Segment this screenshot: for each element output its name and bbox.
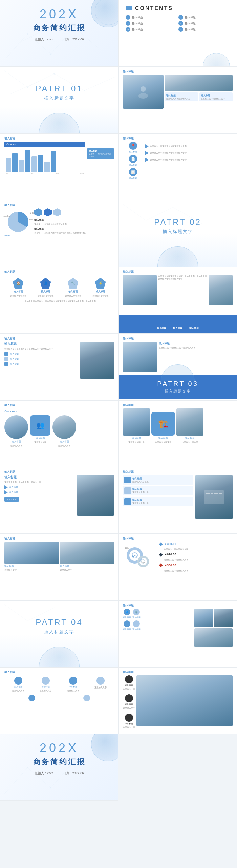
svg-point-7	[74, 26, 75, 28]
node-icon-1	[14, 677, 22, 685]
part-subtitle: 插入标题文字	[126, 389, 230, 394]
left-col: 添加标题 这里输入文字 添加标题 这里输入文字 添加标题 这里输入文字	[123, 675, 135, 729]
dark-icon-3	[125, 714, 133, 722]
bar-7	[44, 162, 50, 172]
svg-point-15	[84, 90, 85, 91]
icon-item-1: 📍 输入标题	[123, 142, 143, 153]
photo-1	[194, 609, 213, 627]
node-icon-5	[28, 695, 35, 701]
node-icon-3	[69, 677, 77, 685]
diamond-icon-2	[159, 553, 163, 556]
svg-line-1	[27, 34, 51, 54]
svg-line-11	[84, 77, 114, 91]
svg-rect-26	[214, 493, 216, 494]
slide-2: CONTENTS 1 输入标题 2 输入标题 3 输入标题 4 输入标题 5 输…	[118, 0, 237, 67]
icon-item-2: ⚙️ 添加标题	[132, 609, 141, 619]
svg-line-40	[51, 761, 74, 788]
node-icon-6	[83, 695, 90, 701]
bar-4	[25, 150, 30, 172]
bar-6	[38, 155, 43, 172]
svg-text:43%: 43%	[131, 554, 137, 557]
photo-2-box: 🏗️	[151, 412, 175, 436]
slide-11: 输入标题 输入标题 这里输入文字这里输入文字这里输入文字这里输入文字 输入标题 …	[0, 334, 118, 400]
slide-label: 输入标题	[0, 200, 118, 208]
pentagon-row: 🏠 输入标题 这里输入文字这里 👤 输入标题 这里输入文字这里 🔧 输入标题 这…	[0, 275, 118, 300]
penta-item-2: 👤 输入标题 这里输入文字这里	[38, 278, 54, 297]
card-row: 输入标题 这里输入文字 👥 输入标题 这里输入文字 输入标题 这里输入文字	[4, 415, 114, 447]
photo-col-2: 🏗️ 输入标题 这里输入文字这里	[151, 412, 175, 444]
list-item: 2 输入标题	[178, 15, 230, 20]
photo-1	[123, 342, 157, 372]
arrow-icon	[145, 151, 149, 155]
tree-item-4: 这里输入文字	[94, 677, 107, 692]
bullet-icon-3	[4, 362, 8, 366]
icon-item-4: 添加标题	[132, 620, 141, 631]
bar-2	[12, 153, 18, 172]
tree-item-1: 添加标题 这里输入文字	[12, 677, 24, 692]
bar-8	[51, 151, 56, 172]
bullet-box-2	[124, 487, 131, 494]
slide-13: 输入标题 Business 输入标题 这里输入文字 👥 输入标题 这里输入文字	[0, 400, 118, 467]
slide-label: 输入标题	[119, 601, 237, 609]
node-icon-2	[42, 677, 50, 685]
slide-15: 输入标题 输入标题 这里输入文字这里输入文字这里输入文字 输入标题 输入标题 S…	[0, 467, 118, 534]
slide-3: PATRT 01 插入标题文字	[0, 67, 118, 133]
diamond-icon-1	[159, 542, 163, 546]
keyboard-photo	[195, 475, 233, 519]
slide-22: 输入标题 添加标题 这里输入文字 添加标题 这里输入文字 添加标题 这里输入文字	[118, 667, 237, 734]
arrow-icon	[145, 158, 149, 162]
bar-chart	[4, 148, 85, 172]
svg-line-19	[123, 204, 146, 220]
gears-area: 43% 22% 35%	[123, 542, 157, 576]
left-items: 输入标题 这里输入文字这里 输入标题 这里输入文字这里 输入标题 这里输入文	[123, 475, 193, 519]
svg-text:35%: 35%	[125, 547, 129, 549]
start-button[interactable]: START	[4, 497, 19, 502]
slide-12: 输入标题 输入标题 这里输入文字这里输入文字这里输入文字 PATRT 03 插入…	[118, 334, 237, 400]
icon-item-3: 添加标题	[123, 620, 131, 631]
avatar-3	[52, 415, 76, 439]
svg-rect-24	[208, 493, 210, 494]
circle-icon-4	[133, 620, 140, 627]
slide-label: 输入标题	[0, 267, 118, 275]
slide-9: 输入标题 🏠 输入标题 这里输入文字这里 👤 输入标题 这里输入文字这里 🔧	[0, 267, 118, 334]
icon-row: 添加标题 这里输入文字 添加标题 这里输入文字 添加标题 这里输入文字 这里输入…	[4, 677, 114, 692]
photo-right	[77, 475, 114, 516]
list-item: 3 输入标题	[126, 21, 177, 26]
tree-item-5	[28, 695, 35, 702]
main-photo	[136, 675, 233, 726]
card-3: 输入标题 这里输入文字	[52, 415, 76, 447]
text-area: 这里输入文字这里输入文字这里输入文字这里输入文字这里输入文字这里输入文字	[158, 275, 208, 305]
hex-items: 输入标题 这是第一一点定稿入本栏点所体文字 输入标题 这是第一一点定稿入本栏点的…	[34, 208, 114, 235]
svg-line-20	[146, 207, 173, 221]
icon-box-2: 👥	[30, 415, 50, 436]
slide-label: 输入标题	[0, 668, 118, 675]
circle-icon-3	[124, 620, 130, 627]
slide-label: 输入标题	[0, 534, 118, 542]
svg-point-17	[138, 93, 148, 99]
penta-item-3: 🔧 输入标题 这里输入文字这里	[65, 278, 81, 297]
blue-bottom-decoration	[119, 315, 237, 333]
svg-line-36	[4, 604, 27, 621]
contents-bar	[126, 6, 132, 10]
dark-icon-1	[125, 675, 133, 683]
bar-1	[6, 158, 11, 172]
photo-1	[123, 275, 157, 305]
bullet-box-1	[124, 477, 131, 483]
penta-item-4: ⚡ 输入标题 这里输入文字这里	[92, 278, 109, 297]
svg-line-0	[4, 34, 27, 61]
svg-point-5	[27, 33, 28, 35]
slide-6: 输入标题 📍 输入标题 📄 输入标题 📊 输入标题 这	[118, 133, 237, 200]
icon-item-3: 添加标题 这里输入文字	[123, 714, 135, 729]
slide-19: PATRT 04 插入标题文字	[0, 600, 118, 667]
card-1: 输入标题 这里输入文字	[4, 415, 28, 447]
grid-photo-1	[4, 542, 59, 564]
bar-5	[31, 156, 37, 172]
hex-3	[53, 208, 61, 216]
svg-text:22%: 22%	[141, 561, 145, 563]
list-item: 1 输入标题	[126, 15, 177, 20]
arrow-icon	[4, 490, 8, 494]
slide-label: 输入标题	[119, 401, 237, 408]
photo-3	[176, 408, 203, 436]
contents-header: CONTENTS	[119, 0, 237, 15]
business-label: Business	[4, 142, 85, 147]
